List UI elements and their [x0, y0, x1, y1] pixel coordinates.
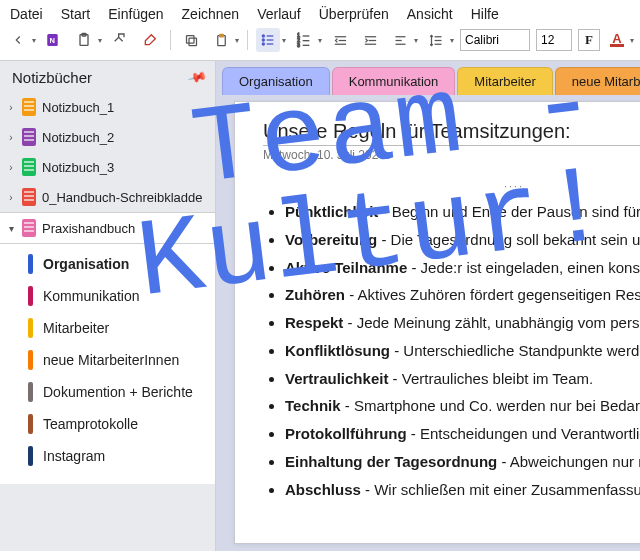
rule-term: Abschluss — [285, 481, 361, 498]
svg-point-12 — [262, 43, 264, 45]
section-item[interactable]: neue MitarbeiterInnen — [0, 344, 215, 376]
chevron-down-icon[interactable]: ▾ — [32, 36, 36, 45]
rule-term: Pünktlichkeit — [285, 203, 378, 220]
rule-item[interactable]: Zuhören - Aktives Zuhören fördert gegens… — [285, 281, 640, 309]
clipboard-icon[interactable] — [72, 28, 96, 52]
section-color-bar — [28, 318, 33, 338]
section-label: Teamprotokolle — [43, 416, 138, 432]
toolbar: ▾ N ▾ ▾ ▾ 123 ▾ ▾ ▾ F A — [0, 24, 640, 61]
tab-neue-mitarbeiterinnen[interactable]: neue MitarbeiterInnen — [555, 67, 640, 95]
onenote-icon[interactable]: N — [42, 28, 66, 52]
indent-icon[interactable] — [358, 28, 382, 52]
notebook-label: 0_Handbuch-Schreibkladde — [42, 190, 202, 205]
notebook-item[interactable]: ›Notizbuch_1 — [0, 92, 215, 122]
dots-rule: ···· — [263, 180, 640, 192]
menu-zeichnen[interactable]: Zeichnen — [182, 6, 240, 22]
notebook-label: Notizbuch_1 — [42, 100, 114, 115]
section-item[interactable]: Dokumention + Berichte — [0, 376, 215, 408]
tab-kommunikation[interactable]: Kommunikation — [332, 67, 456, 95]
menu-bar: DateiStartEinfügenZeichnenVerlaufÜberprü… — [0, 0, 640, 24]
rule-text: - Aktives Zuhören fördert gegenseitigen … — [345, 286, 640, 303]
section-list: OrganisationKommunikationMitarbeiterneue… — [0, 244, 215, 484]
sidebar-header: Notizbücher 📌 — [0, 61, 215, 92]
copy-icon[interactable] — [179, 28, 203, 52]
section-color-bar — [28, 382, 33, 402]
menu-ansicht[interactable]: Ansicht — [407, 6, 453, 22]
section-label: Kommunikation — [43, 288, 140, 304]
svg-point-10 — [262, 39, 264, 41]
rule-item[interactable]: Vertraulichkeit - Vertrauliches bleibt i… — [285, 365, 640, 393]
svg-rect-4 — [189, 38, 197, 46]
rule-item[interactable]: Abschluss - Wir schließen mit einer Zusa… — [285, 476, 640, 504]
chevron-down-icon[interactable]: ▾ — [630, 36, 634, 45]
chevron-down-icon[interactable]: ▾ — [282, 36, 286, 45]
chevron-right-icon: › — [6, 162, 16, 173]
paste-icon[interactable] — [209, 28, 233, 52]
notebook-label: Notizbuch_2 — [42, 130, 114, 145]
tab-organisation[interactable]: Organisation — [222, 67, 330, 95]
chevron-down-icon: ▾ — [6, 223, 16, 234]
rule-text: - Smartphone und Co. werden nur bei Beda… — [341, 397, 640, 414]
font-size-select[interactable] — [536, 29, 572, 51]
line-spacing-icon[interactable] — [424, 28, 448, 52]
svg-point-8 — [262, 35, 264, 37]
rule-item[interactable]: Technik - Smartphone und Co. werden nur … — [285, 392, 640, 420]
notebook-label: Notizbuch_3 — [42, 160, 114, 175]
bold-button[interactable]: F — [578, 29, 600, 51]
section-item[interactable]: Organisation — [0, 248, 215, 280]
menu-start[interactable]: Start — [61, 6, 91, 22]
chevron-down-icon[interactable]: ▾ — [235, 36, 239, 45]
chevron-down-icon[interactable]: ▾ — [450, 36, 454, 45]
pin-icon[interactable]: 📌 — [186, 67, 207, 88]
rule-item[interactable]: Aktive Teilnahme - Jede:r ist eingeladen… — [285, 254, 640, 282]
section-label: Instagram — [43, 448, 105, 464]
section-tabs: OrganisationKommunikationMitarbeiterneue… — [216, 61, 640, 95]
section-label: Dokumention + Berichte — [43, 384, 193, 400]
notebook-icon — [22, 158, 36, 176]
align-icon[interactable] — [388, 28, 412, 52]
chevron-down-icon[interactable]: ▾ — [318, 36, 322, 45]
rule-item[interactable]: Konfliktlösung - Unterschiedliche Standp… — [285, 337, 640, 365]
font-color-bar — [610, 44, 624, 47]
section-color-bar — [28, 286, 33, 306]
page-title[interactable]: Unsere Regeln für Teamsitzungen: — [263, 120, 640, 143]
back-icon[interactable] — [6, 28, 30, 52]
note-page: Unsere Regeln für Teamsitzungen: Mittwoc… — [234, 101, 640, 544]
section-item[interactable]: Kommunikation — [0, 280, 215, 312]
chevron-right-icon: › — [6, 132, 16, 143]
rule-item[interactable]: Pünktlichkeit - Beginn und Ende der Paus… — [285, 198, 640, 226]
menu-datei[interactable]: Datei — [10, 6, 43, 22]
sidebar: Notizbücher 📌 ›Notizbuch_1›Notizbuch_2›N… — [0, 61, 216, 551]
menu-überprüfen[interactable]: Überprüfen — [319, 6, 389, 22]
font-family-select[interactable] — [460, 29, 530, 51]
rule-item[interactable]: Vorbereitung - Die Tagesordnung soll bek… — [285, 226, 640, 254]
rule-item[interactable]: Einhaltung der Tagesordnung - Abweichung… — [285, 448, 640, 476]
brush-icon[interactable] — [138, 28, 162, 52]
numbered-list-icon[interactable]: 123 — [292, 28, 316, 52]
bullet-list-icon[interactable] — [256, 28, 280, 52]
chevron-down-icon[interactable]: ▾ — [414, 36, 418, 45]
notebook-item[interactable]: ›Notizbuch_3 — [0, 152, 215, 182]
format-painter-icon[interactable] — [108, 28, 132, 52]
outdent-icon[interactable] — [328, 28, 352, 52]
rule-term: Konfliktlösung — [285, 342, 390, 359]
chevron-down-icon[interactable]: ▾ — [98, 36, 102, 45]
section-item[interactable]: Mitarbeiter — [0, 312, 215, 344]
menu-einfügen[interactable]: Einfügen — [108, 6, 163, 22]
menu-hilfe[interactable]: Hilfe — [471, 6, 499, 22]
rules-list[interactable]: Pünktlichkeit - Beginn und Ende der Paus… — [263, 198, 640, 503]
rule-item[interactable]: Respekt - Jede Meinung zählt, unabhängig… — [285, 309, 640, 337]
notebook-item[interactable]: ›Notizbuch_2 — [0, 122, 215, 152]
menu-verlauf[interactable]: Verlauf — [257, 6, 301, 22]
notebook-item[interactable]: ›0_Handbuch-Schreibkladde — [0, 182, 215, 212]
font-color-button[interactable]: A — [606, 29, 628, 51]
rule-term: Vorbereitung — [285, 231, 377, 248]
rule-term: Vertraulichkeit — [285, 370, 388, 387]
notebook-item[interactable]: ▾Praxishandbuch — [0, 212, 215, 244]
section-item[interactable]: Teamprotokolle — [0, 408, 215, 440]
svg-rect-5 — [186, 35, 194, 43]
tab-mitarbeiter[interactable]: Mitarbeiter — [457, 67, 552, 95]
rule-item[interactable]: Protokollführung - Entscheidungen und Ve… — [285, 420, 640, 448]
section-item[interactable]: Instagram — [0, 440, 215, 472]
rule-term: Respekt — [285, 314, 343, 331]
